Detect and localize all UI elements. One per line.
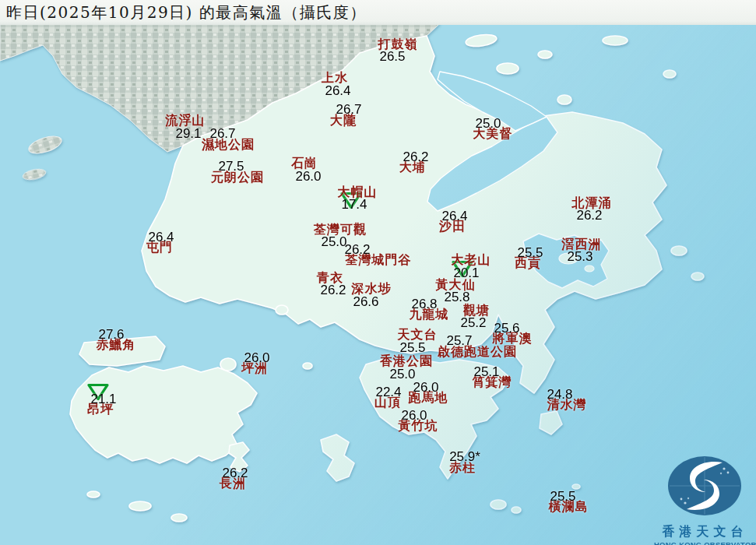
station-value: 25.5 [399, 341, 425, 354]
station-value: 22.4 [375, 385, 401, 399]
hko-logo-icon [654, 452, 756, 520]
station-value: 17.4 [341, 198, 367, 211]
station-value: 26.6 [353, 295, 378, 308]
station-value: 25.2 [460, 316, 486, 329]
station-value: 26.2 [344, 243, 370, 256]
station-value: 25.0 [389, 367, 415, 381]
station-value: 25.0 [475, 117, 501, 130]
station-value: 29.1 [175, 127, 201, 140]
station-value: 27.5 [218, 160, 244, 173]
title-bar: 昨日(2025年10月29日) 的最高氣溫（攝氏度） [0, 0, 756, 25]
station-value: 24.8 [547, 388, 572, 401]
hko-logo: 香港天文台 HONG KONG OBSERVATORY [654, 452, 756, 545]
hko-logo-name-en: HONG KONG OBSERVATORY [654, 540, 756, 545]
station-value: 26.8 [411, 297, 437, 311]
station-value: 25.0 [321, 235, 346, 248]
station-value: 26.4 [441, 209, 467, 223]
map-title: 昨日(2025年10月29日) 的最高氣溫（攝氏度） [0, 2, 367, 23]
station-value: 26.4 [325, 84, 350, 97]
station-value: 26.0 [413, 381, 438, 394]
station-value: 25.1 [473, 365, 499, 378]
station-value: 27.6 [98, 328, 124, 341]
station-value: 26.0 [401, 409, 427, 422]
station-value: 25.9* [449, 450, 480, 463]
station-value: 25.8 [444, 290, 469, 304]
station-value: 26.2 [576, 209, 602, 222]
station-value: 25.5 [550, 490, 575, 503]
station-value: 26.0 [295, 170, 321, 183]
station-value: 21.1 [90, 392, 116, 406]
station-value: 26.2 [222, 466, 248, 480]
station-value: 25.5 [517, 246, 543, 259]
station-value: 26.5 [379, 50, 405, 63]
hko-logo-name-zh: 香港天文台 [654, 524, 756, 540]
station-value: 25.6 [494, 322, 519, 335]
station-value: 26.0 [244, 351, 269, 364]
station-value: 25.3 [567, 250, 592, 263]
station-value: 26.2 [403, 150, 428, 164]
station-value: 26.4 [148, 230, 174, 244]
station-value: 26.7 [209, 127, 235, 140]
station-value: 26.7 [336, 103, 361, 116]
station-value: 25.7 [446, 334, 472, 347]
hko-max-temperature-map: 昨日(2025年10月29日) 的最高氣溫（攝氏度） 26.5打鼓嶺26.4上水… [0, 0, 756, 545]
station-value: 20.1 [453, 266, 479, 280]
station-value: 26.2 [320, 283, 346, 297]
station-labels-layer: 26.5打鼓嶺26.4上水26.7大隴29.1流浮山26.7濕地公園27.5元朗… [0, 0, 756, 545]
